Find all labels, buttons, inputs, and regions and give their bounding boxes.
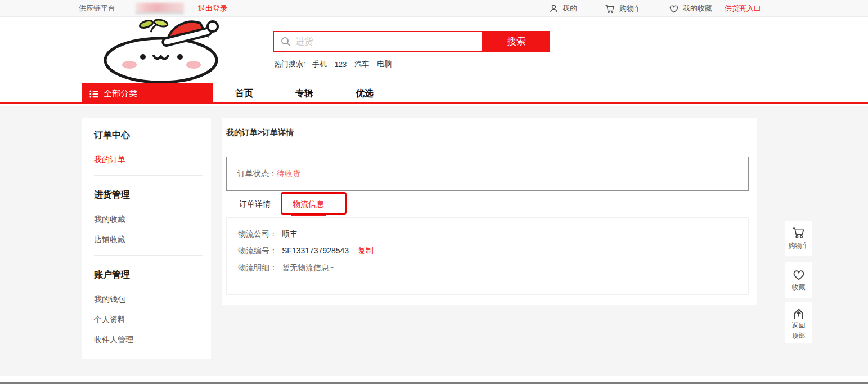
topbar-favorites[interactable]: 我的收藏 [667, 3, 714, 14]
divider [94, 175, 203, 176]
sidebar-item-profile[interactable]: 个人资料 [94, 315, 211, 324]
search-icon [281, 37, 291, 47]
topbar-my-label: 我的 [563, 3, 577, 14]
main-nav: 全部分类 首页 专辑 优选 [0, 83, 868, 104]
platform-name: 供应链平台 [79, 3, 115, 14]
hot-search: 热门搜索: 手机 123 汽车 电脑 [274, 59, 399, 69]
heart-icon [669, 4, 679, 13]
divider [94, 255, 203, 256]
logistics-number-label: 物流编号： [238, 242, 277, 259]
sidebar-item-my-orders[interactable]: 我的订单 [94, 155, 211, 164]
active-tab-underline [291, 215, 326, 216]
hot-search-label: 热门搜索: [274, 59, 305, 69]
order-status-box: 订单状态： 待收货 [226, 157, 749, 191]
sidebar-section-order-center: 订单中心 [94, 130, 211, 141]
all-categories-label: 全部分类 [104, 88, 137, 99]
logistics-content: 物流公司： 顺丰 物流编号： SF1331737928543 复制 物流明细： … [226, 217, 749, 295]
heart-icon [792, 269, 806, 280]
topbar-favorites-label: 我的收藏 [683, 3, 712, 14]
nav-item-preferred[interactable]: 优选 [356, 88, 374, 100]
back-to-top-label-2: 顶部 [792, 332, 806, 340]
sidebar: 订单中心 我的订单 进货管理 我的收藏 店铺收藏 账户管理 我的钱包 个人资料 … [82, 118, 211, 359]
order-status-value: 待收货 [277, 169, 300, 179]
logistics-detail-row: 物流明细： 暂无物流信息~ [238, 259, 748, 276]
header: 搜索 热门搜索: 手机 123 汽车 电脑 [0, 17, 868, 83]
float-favorite-button[interactable]: 收藏 [785, 262, 812, 298]
user-icon [549, 4, 559, 14]
topbar-left: 供应链平台 退出登录 [79, 0, 227, 17]
site-logo[interactable] [95, 17, 234, 83]
sidebar-item-store-favorites[interactable]: 店铺收藏 [94, 235, 211, 244]
back-to-top-icon [792, 307, 806, 319]
logistics-number-row: 物流编号： SF1331737928543 复制 [238, 242, 748, 259]
topbar-my[interactable]: 我的 [547, 3, 579, 14]
logistics-company-value: 顺丰 [282, 225, 298, 242]
tab-order-detail[interactable]: 订单详情 [239, 199, 271, 209]
logistics-detail-label: 物流明细： [238, 259, 277, 276]
nav-item-home[interactable]: 首页 [235, 88, 253, 100]
cart-icon [605, 4, 615, 14]
breadcrumb[interactable]: 我的订单>订单详情 [226, 128, 294, 138]
copy-button[interactable]: 复制 [358, 242, 374, 259]
hot-keyword[interactable]: 123 [335, 60, 347, 69]
cart-icon [792, 227, 806, 239]
bottom-strip [0, 376, 868, 382]
topbar-cart[interactable]: 购物车 [602, 3, 644, 14]
divider [655, 5, 655, 12]
logistics-company-label: 物流公司： [238, 225, 277, 242]
sidebar-section-account-mgmt: 账户管理 [94, 269, 211, 280]
search-input[interactable] [295, 37, 482, 47]
detail-tabs: 订单详情 物流信息 [222, 191, 757, 217]
search-box[interactable] [273, 31, 483, 52]
page: 供应链平台 退出登录 我的 [0, 0, 868, 384]
hot-keyword[interactable]: 电脑 [377, 59, 392, 69]
sidebar-item-my-favorites[interactable]: 我的收藏 [94, 215, 211, 224]
topbar-cart-label: 购物车 [619, 3, 641, 14]
divider [191, 5, 191, 12]
search-bar: 搜索 [273, 31, 550, 52]
window-bottom-edge [0, 382, 868, 384]
logistics-detail-value: 暂无物流信息~ [282, 259, 334, 276]
float-cart-label: 购物车 [789, 241, 809, 251]
sidebar-item-recipient-mgmt[interactable]: 收件人管理 [94, 335, 211, 345]
sidebar-section-purchase-mgmt: 进货管理 [94, 189, 211, 200]
nav-item-albums[interactable]: 专辑 [295, 88, 313, 100]
hot-keyword[interactable]: 手机 [312, 59, 327, 69]
category-list-icon [89, 90, 98, 98]
tab-logistics-info[interactable]: 物流信息 [293, 199, 324, 209]
divider [591, 5, 591, 12]
sidebar-item-my-wallet[interactable]: 我的钱包 [94, 294, 211, 304]
float-favorite-label: 收藏 [792, 283, 806, 292]
topbar: 供应链平台 退出登录 我的 [0, 0, 868, 17]
username-redacted [136, 3, 184, 14]
all-categories-button[interactable]: 全部分类 [82, 83, 213, 104]
topbar-right: 我的 购物车 我的收 [547, 0, 761, 17]
back-to-top-button[interactable]: 返回 顶部 [785, 302, 812, 343]
hot-keyword[interactable]: 汽车 [354, 59, 369, 69]
logistics-company-row: 物流公司： 顺丰 [238, 225, 748, 242]
logout-link[interactable]: 退出登录 [198, 3, 227, 14]
order-status-label: 订单状态： [237, 169, 277, 179]
logistics-number-value: SF1331737928543 [282, 242, 349, 259]
supplier-entry-link[interactable]: 供货商入口 [725, 3, 761, 14]
order-detail-panel: 我的订单>订单详情 订单状态： 待收货 订单详情 物流信息 物流公司： 顺丰 物… [222, 118, 757, 305]
back-to-top-label-1: 返回 [792, 322, 806, 329]
nav-items: 首页 专辑 优选 [235, 83, 374, 104]
search-button[interactable]: 搜索 [483, 31, 550, 52]
float-cart-button[interactable]: 购物车 [785, 221, 812, 256]
